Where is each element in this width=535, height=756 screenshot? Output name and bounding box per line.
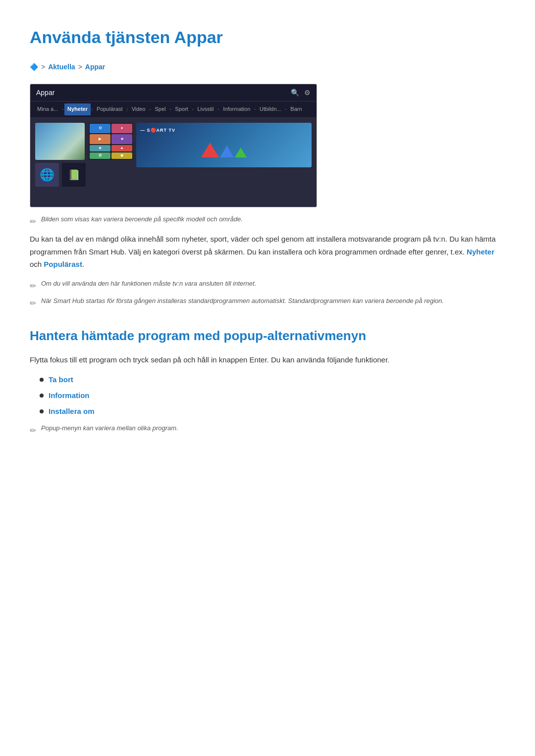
nav-dot9: • xyxy=(284,106,288,113)
tv-header: Appar 🔍 ⚙ xyxy=(30,84,317,101)
section2-intro: Flytta fokus till ett program och tryck … xyxy=(30,353,505,366)
tv-header-icons: 🔍 ⚙ xyxy=(291,87,311,98)
body-connector: och xyxy=(30,260,44,268)
body-paragraph: Du kan ta del av en mängd olika innehåll… xyxy=(30,233,505,271)
tv-nav-populärast[interactable]: Populärast xyxy=(94,103,126,115)
bullet-link-ta-bort[interactable]: Ta bort xyxy=(49,374,73,386)
tv-nav-information[interactable]: Information xyxy=(220,103,253,115)
page-title: Använda tjänsten Appar xyxy=(30,24,505,50)
bullet-link-information[interactable]: Information xyxy=(49,390,90,402)
tv-col1: 🌐 📗 xyxy=(35,123,86,202)
breadcrumb-sep: > xyxy=(41,61,45,72)
tv-nav-nyheter[interactable]: Nyheter xyxy=(64,103,91,115)
smart-tv-label: — S🔴ART TV xyxy=(140,127,175,134)
note-text-2: När Smart Hub startas för första gången … xyxy=(41,296,444,306)
triangle-green xyxy=(235,148,247,157)
tv-nav-sport[interactable]: Sport xyxy=(172,103,191,115)
smart-graphic xyxy=(201,143,247,157)
mini-app-7: ✿ xyxy=(90,152,110,159)
tv-nav: Mina a... • Nyheter | Populärast | Video… xyxy=(30,101,317,118)
note-text-1: Om du vill använda den här funktionen må… xyxy=(41,279,256,289)
tv-nav-spel[interactable]: Spel xyxy=(152,103,168,115)
tv-app-globe[interactable]: 🌐 xyxy=(35,163,59,187)
breadcrumb-item2[interactable]: Appar xyxy=(85,61,105,72)
breadcrumb: 🔷 > Aktuella > Appar xyxy=(30,61,505,72)
tv-nav-livsstil[interactable]: Livsstil xyxy=(194,103,216,115)
note-row-1: ✏ Om du vill använda den här funktionen … xyxy=(30,279,505,293)
mini-app-5: ◈ xyxy=(90,145,110,151)
nav-dot1: • xyxy=(61,106,64,113)
note-icon-3: ✏ xyxy=(30,297,36,310)
note-text-3: Popup-menyn kan variera mellan olika pro… xyxy=(41,423,178,434)
bullet-list: Ta bort Information Installera om xyxy=(40,374,505,417)
tv-app-colorful[interactable]: ⚙ ♦ ▶ ★ ◈ ▲ ✿ ◆ xyxy=(89,123,133,160)
list-item-ta-bort: Ta bort xyxy=(40,374,505,386)
tv-col2: ⚙ ♦ ▶ ★ ◈ ▲ ✿ ◆ xyxy=(89,123,133,202)
note-row-2: ✏ När Smart Hub startas för första gånge… xyxy=(30,296,505,310)
mini-app-8: ◆ xyxy=(111,152,132,159)
search-icon[interactable]: 🔍 xyxy=(291,87,299,98)
mini-app-1: ⚙ xyxy=(90,124,110,134)
image-note-text: Bilden som visas kan variera beroende på… xyxy=(41,214,243,225)
image-note-row: ✏ Bilden som visas kan variera beroende … xyxy=(30,214,505,228)
settings-icon[interactable]: ⚙ xyxy=(304,87,311,98)
tv-nav-barn[interactable]: Barn xyxy=(287,103,305,115)
tv-screen: Appar 🔍 ⚙ Mina a... • Nyheter | Populära… xyxy=(30,84,317,207)
list-item-installera-om: Installera om xyxy=(40,405,505,417)
nav-dot4: • xyxy=(149,106,152,113)
body-end: . xyxy=(82,260,84,268)
tv-nav-video[interactable]: Video xyxy=(129,103,149,115)
bullet-link-installera-om[interactable]: Installera om xyxy=(49,405,95,417)
tv-app-row2: 🌐 📗 xyxy=(35,163,86,187)
nav-dot5: • xyxy=(169,106,172,113)
body-paragraph-text: Du kan ta del av en mängd olika innehåll… xyxy=(30,235,496,256)
tv-col3: — S🔴ART TV xyxy=(136,123,312,202)
tv-content: 🌐 📗 ⚙ ♦ ▶ ★ ◈ ▲ ✿ ◆ — S🔴ART TV xyxy=(30,118,317,207)
mini-app-3: ▶ xyxy=(90,134,110,144)
tv-nav-utbildn[interactable]: Utbildn... xyxy=(257,103,284,115)
body-link-populärast[interactable]: Populärast xyxy=(44,260,82,268)
note-icon-2: ✏ xyxy=(30,280,36,293)
breadcrumb-icon: 🔷 xyxy=(30,61,38,72)
list-item-information: Information xyxy=(40,390,505,402)
mini-app-2: ♦ xyxy=(111,124,132,134)
note-row-3: ✏ Popup-menyn kan variera mellan olika p… xyxy=(30,423,505,437)
nav-dot6: • xyxy=(191,106,195,113)
bullet-dot-2 xyxy=(40,394,44,398)
mini-app-6: ▲ xyxy=(111,145,132,151)
tv-app-smart[interactable]: — S🔴ART TV xyxy=(136,123,312,167)
bullet-dot-1 xyxy=(40,378,44,382)
body-link-nyheter[interactable]: Nyheter xyxy=(467,248,494,256)
tv-app-book[interactable]: 📗 xyxy=(62,163,86,187)
triangle-blue xyxy=(220,146,234,157)
bullet-dot-3 xyxy=(40,409,44,413)
tv-app-landscape[interactable] xyxy=(35,123,85,160)
note-icon-1: ✏ xyxy=(30,215,36,228)
nav-dot8: • xyxy=(253,106,257,113)
triangle-red xyxy=(201,143,219,157)
note-icon-4: ✏ xyxy=(30,424,36,437)
nav-dot7: • xyxy=(216,106,220,113)
mini-app-4: ★ xyxy=(111,134,132,144)
tv-header-title: Appar xyxy=(36,87,54,98)
tv-nav-mina[interactable]: Mina a... xyxy=(34,103,61,115)
breadcrumb-item1[interactable]: Aktuella xyxy=(48,61,75,72)
breadcrumb-sep2: > xyxy=(78,61,82,72)
section2-title: Hantera hämtade program med popup-altern… xyxy=(30,326,505,347)
